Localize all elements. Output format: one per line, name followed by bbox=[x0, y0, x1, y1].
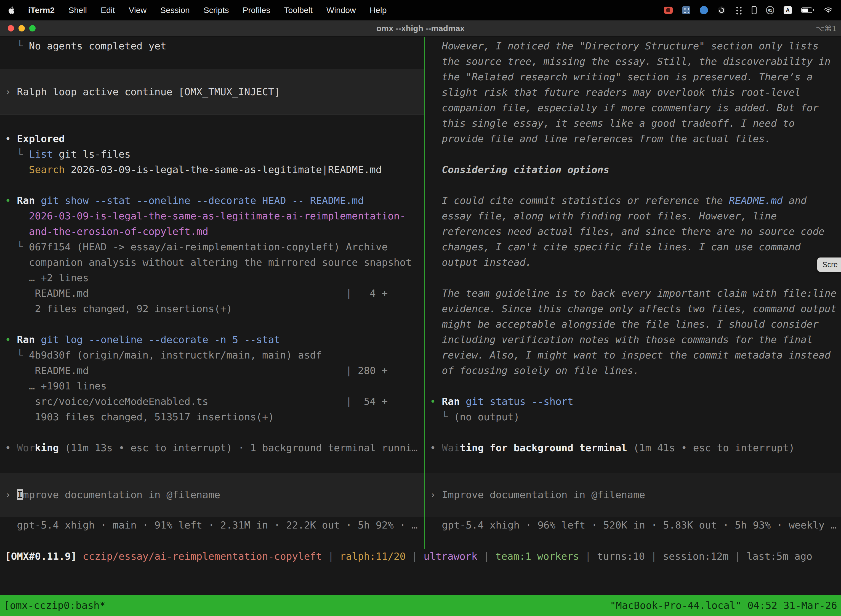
menu-item-scripts[interactable]: Scripts bbox=[204, 6, 229, 15]
terminal-line bbox=[425, 177, 841, 193]
pane-left[interactable]: └ No agents completed yet› Ralph loop ac… bbox=[0, 37, 424, 549]
text-segment: ralph:11/20 bbox=[340, 551, 406, 562]
terminal-line: The team guideline is to back every impo… bbox=[425, 286, 841, 301]
device-icon[interactable] bbox=[752, 6, 757, 14]
swirl-app-icon[interactable] bbox=[717, 6, 726, 15]
terminal-line: Considering citation options bbox=[425, 162, 841, 177]
terminal-line: evidence. Since this change only affects… bbox=[425, 301, 841, 317]
text-segment: this single essay, it seems like a good … bbox=[430, 117, 795, 129]
dots-grid-icon[interactable] bbox=[735, 6, 742, 15]
text-segment: might be acceptable alongside the file l… bbox=[430, 318, 819, 330]
terminal-line: └ 067f154 (HEAD -> essay/ai-reimplementa… bbox=[0, 239, 424, 255]
text-segment: turns:10 bbox=[597, 551, 645, 562]
terminal-line: this single essay, it seems like a good … bbox=[425, 116, 841, 131]
terminal-line: might be acceptable alongside the file l… bbox=[425, 317, 841, 332]
text-segment: 2026-03-09-is-legal-the-same-as-legitima… bbox=[65, 164, 382, 175]
text-segment: including verification notes with those … bbox=[430, 334, 813, 345]
text-segment: essay file, along with finding root file… bbox=[430, 210, 777, 221]
text-segment: › bbox=[430, 489, 442, 500]
terminal-line: README.md | 280 + bbox=[0, 363, 424, 378]
gauge-icon[interactable]: 61 bbox=[766, 6, 774, 14]
text-segment: ting for background terminal bbox=[460, 442, 627, 453]
screen-notification[interactable]: Scre bbox=[817, 258, 841, 272]
window-title-bar[interactable]: omx --xhigh --madmax ⌥⌘1 bbox=[0, 21, 841, 37]
text-segment: Improve documentation in @filename bbox=[442, 489, 645, 500]
prompt-box-right[interactable]: › Improve documentation in @filename bbox=[425, 473, 841, 517]
terminal-line: └ No agents completed yet bbox=[0, 38, 424, 54]
text-segment: src/voice/voiceModeEnabled.ts | 54 + bbox=[5, 396, 388, 407]
text-segment: 2 files changed, 92 insertions(+) bbox=[5, 303, 232, 314]
terminal-line: including verification notes with those … bbox=[425, 332, 841, 348]
text-segment: slight risk that future readers may over… bbox=[430, 87, 801, 98]
text-segment: … +1901 lines bbox=[5, 380, 107, 392]
text-segment: README.md | 280 + bbox=[5, 365, 388, 376]
terminal-line: › Ralph loop active continue [OMX_TMUX_I… bbox=[0, 84, 424, 100]
text-segment: git ls-files bbox=[53, 148, 130, 160]
text-segment: • bbox=[5, 334, 17, 345]
text-segment: mprove documentation in @filename bbox=[23, 489, 220, 500]
input-source-icon[interactable]: A bbox=[784, 6, 792, 14]
text-segment: The team guideline is to back every impo… bbox=[430, 287, 837, 299]
terminal-line: README.md | 4 + bbox=[0, 286, 424, 301]
menu-item-shell[interactable]: Shell bbox=[69, 6, 87, 15]
terminal-line: gpt-5.4 xhigh · main · 91% left · 2.31M … bbox=[0, 518, 424, 533]
text-segment: of focusing solely on file lines. bbox=[430, 365, 639, 376]
agent-transcript-left: • Explored └ List git ls-files Search 20… bbox=[0, 131, 424, 456]
text-segment: Ralph loop active continue [OMX_TMUX_INJ… bbox=[17, 86, 280, 97]
text-segment: | bbox=[729, 551, 747, 562]
pane-right[interactable]: However, I noticed the "Directory Struct… bbox=[425, 37, 841, 549]
terminal-line: └ 4b9d30f (origin/main, instructkr/main,… bbox=[0, 348, 424, 363]
agent-transcript-right: However, I noticed the "Directory Struct… bbox=[425, 38, 841, 456]
keyboard-app-icon[interactable] bbox=[682, 6, 690, 14]
text-segment: gpt-5.4 xhigh · main · 91% left · 2.31M … bbox=[5, 519, 418, 531]
terminal-line: I could cite commit statistics or refere… bbox=[425, 193, 841, 208]
text-segment: └ bbox=[5, 40, 29, 51]
text-segment: team:1 workers bbox=[495, 551, 579, 562]
wifi-icon[interactable] bbox=[824, 6, 833, 15]
text-segment: evidence. Since this change only affects… bbox=[430, 303, 837, 314]
text-cursor: I bbox=[17, 489, 23, 500]
prompt-box-left[interactable]: › Improve documentation in @filename bbox=[0, 473, 424, 517]
menu-item-session[interactable]: Session bbox=[160, 6, 190, 15]
text-segment: README.md | 4 + bbox=[5, 287, 388, 299]
menu-items: iTerm2ShellEditViewSessionScriptsProfile… bbox=[28, 6, 387, 15]
apple-menu-icon[interactable] bbox=[8, 6, 15, 14]
menu-item-window[interactable]: Window bbox=[327, 6, 356, 15]
menu-item-iterm2[interactable]: iTerm2 bbox=[28, 6, 55, 15]
screen-recording-indicator-icon[interactable] bbox=[664, 7, 673, 14]
text-segment: king bbox=[35, 442, 59, 453]
terminal-line: the source tree, missing the essay. Stil… bbox=[425, 54, 841, 69]
terminal-line: 1903 files changed, 513517 insertions(+) bbox=[0, 409, 424, 425]
text-segment: 2026-03-09-is-legal-the-same-as-legitima… bbox=[5, 210, 406, 221]
text-segment: No agents completed yet bbox=[29, 40, 167, 51]
text-segment: | bbox=[645, 551, 663, 562]
battery-icon[interactable] bbox=[801, 7, 812, 13]
menu-item-edit[interactable]: Edit bbox=[101, 6, 115, 15]
text-segment: provide file and line references from th… bbox=[430, 133, 771, 144]
text-segment: the "Related research writing" section i… bbox=[430, 71, 813, 82]
text-segment: However, I noticed the "Directory Struct… bbox=[430, 40, 819, 51]
menu-item-help[interactable]: Help bbox=[370, 6, 387, 15]
text-segment: (11m 13s • esc to interrupt) · 1 backgro… bbox=[59, 442, 418, 453]
menu-item-view[interactable]: View bbox=[129, 6, 147, 15]
menu-item-profiles[interactable]: Profiles bbox=[243, 6, 270, 15]
terminal-line: Search 2026-03-09-is-legal-the-same-as-l… bbox=[0, 162, 424, 177]
window-shortcut-badge: ⌥⌘1 bbox=[816, 21, 837, 37]
text-segment: git status --short bbox=[460, 396, 573, 407]
terminal-line: changes, I can't cite specific file line… bbox=[425, 239, 841, 255]
terminal-line: essay file, along with finding root file… bbox=[425, 208, 841, 224]
terminal-line bbox=[425, 270, 841, 286]
text-segment: › bbox=[5, 86, 17, 97]
terminal-line bbox=[425, 147, 841, 162]
text-segment: › bbox=[5, 489, 17, 500]
terminal-line: › Improve documentation in @filename bbox=[425, 487, 841, 503]
text-segment: | bbox=[406, 551, 423, 562]
menu-item-toolbelt[interactable]: Toolbelt bbox=[284, 6, 313, 15]
terminal-line: provide file and line references from th… bbox=[425, 131, 841, 147]
terminal-line: However, I noticed the "Directory Struct… bbox=[425, 38, 841, 54]
text-segment: • bbox=[5, 195, 17, 206]
text-segment: • bbox=[430, 442, 442, 453]
macos-menu-bar: iTerm2ShellEditViewSessionScriptsProfile… bbox=[0, 0, 841, 21]
blue-app-icon[interactable] bbox=[700, 6, 708, 14]
terminal-line: 2 files changed, 92 insertions(+) bbox=[0, 301, 424, 317]
